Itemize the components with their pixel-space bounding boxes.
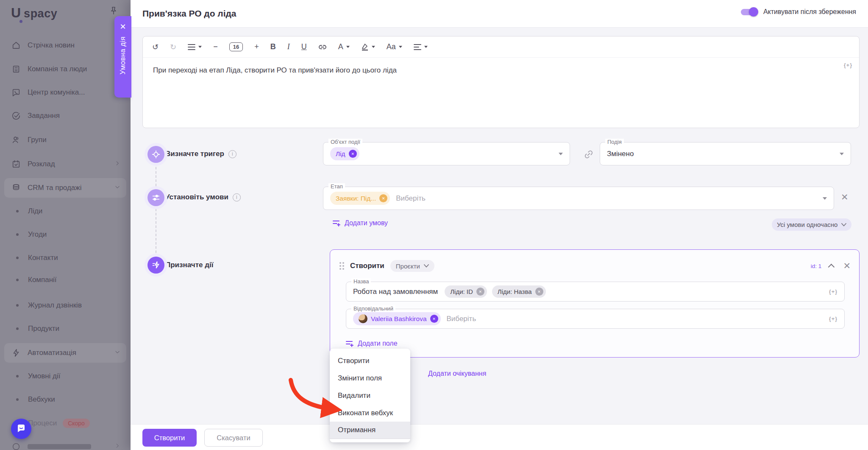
chevron-down-icon — [372, 46, 375, 48]
sidebar-item-company-people[interactable]: Компанія та люди — [4, 59, 126, 79]
logo-u-icon: U — [11, 5, 21, 21]
chip-close-icon[interactable]: ✕ — [476, 288, 484, 296]
action-card-header: Створити Проєкти — [339, 260, 434, 272]
chat-fab-button[interactable] — [11, 419, 31, 439]
insert-variable-button[interactable]: {+} — [829, 288, 837, 295]
home-icon — [11, 40, 21, 50]
generic-icon — [11, 442, 21, 450]
activate-toggle[interactable] — [741, 9, 757, 15]
dropdown-arrow-icon[interactable] — [559, 153, 563, 155]
panel-header: Прив'язка РО до ліда Активувати після зб… — [131, 0, 868, 28]
lightning-icon — [11, 348, 21, 358]
sidebar-item-label: Вебхуки — [28, 395, 55, 404]
add-condition-button[interactable]: Додати умову — [333, 219, 388, 227]
chip-close-icon[interactable]: ✕ — [430, 315, 438, 323]
bullet-icon — [16, 304, 19, 307]
event-select[interactable]: Подія Змінено — [600, 142, 851, 165]
collapse-icon[interactable] — [828, 263, 835, 270]
highlight-color-button[interactable] — [361, 43, 375, 51]
sidebar-item-label: Стрічка новин — [28, 41, 75, 50]
stage-placeholder: Виберіть — [396, 194, 426, 203]
sidebar-item-companies[interactable]: Компанії — [4, 271, 126, 288]
sidebar-item-webhooks[interactable]: Вебхуки — [4, 391, 126, 408]
responsible-chip: Valeriia Bashkirova ✕ — [353, 312, 441, 325]
menu-item-create[interactable]: Створити — [330, 352, 410, 369]
bold-button[interactable]: B — [270, 42, 276, 51]
close-icon[interactable]: ✕ — [120, 22, 126, 31]
logo-text: spacy — [24, 7, 57, 20]
pin-icon[interactable] — [108, 6, 119, 16]
insert-variable-button[interactable]: {+} — [829, 316, 837, 322]
sidebar-item-deals[interactable]: Угоди — [4, 226, 126, 243]
underline-button[interactable]: U — [301, 42, 307, 51]
font-size-value[interactable]: 16 — [229, 42, 243, 51]
activate-toggle-label: Активувати після збереження — [763, 8, 856, 16]
activate-toggle-wrap: Активувати після збереження — [741, 8, 856, 16]
sidebar-item-crm[interactable]: CRM та продажі — [4, 178, 126, 198]
remove-condition-icon[interactable]: ✕ — [841, 192, 849, 202]
conditional-action-tab[interactable]: ✕ Умовна дія — [114, 16, 131, 98]
responsible-field[interactable]: Відповідальний Valeriia Bashkirova ✕ Виб… — [346, 309, 845, 329]
add-list-icon — [346, 340, 354, 347]
responsible-placeholder: Виберіть — [447, 315, 476, 323]
chevron-down-icon — [114, 349, 120, 357]
sidebar-item-contacts[interactable]: Контакти — [4, 249, 126, 266]
drag-handle-icon[interactable] — [339, 262, 344, 270]
dropdown-arrow-icon[interactable] — [823, 197, 827, 200]
sidebar-item-newsfeed[interactable]: Стрічка новин — [4, 36, 126, 55]
trigger-step-icon — [145, 143, 167, 166]
add-list-icon — [333, 220, 341, 227]
create-button[interactable]: Створити — [142, 429, 197, 447]
info-icon[interactable]: i — [233, 193, 241, 201]
add-wait-button[interactable]: Додати очікування — [428, 370, 486, 377]
undo-icon[interactable]: ↺ — [152, 42, 159, 52]
chevron-down-icon — [424, 264, 429, 268]
align-button[interactable] — [414, 44, 428, 50]
cancel-button[interactable]: Скасувати — [204, 429, 263, 447]
event-object-select[interactable]: Об'єкт події Лід✕ — [323, 142, 570, 165]
menu-item-receive[interactable]: Отримання — [330, 422, 410, 439]
bullet-icon — [16, 233, 19, 236]
line-spacing-icon[interactable] — [188, 44, 202, 50]
sidebar-item-leads[interactable]: Ліди — [4, 203, 126, 220]
clipped-label — [28, 444, 91, 449]
chevron-down-icon — [198, 46, 202, 48]
sidebar-item-label: Угоди — [28, 230, 47, 239]
sidebar-item-products[interactable]: Продукти — [4, 320, 126, 337]
field-label: Подія — [605, 139, 624, 145]
sidebar-item-communication[interactable]: Центр комуніка... — [4, 83, 126, 102]
dropdown-arrow-icon[interactable] — [840, 153, 844, 155]
font-larger-button[interactable]: + — [254, 42, 259, 51]
editor-text[interactable]: При переході на етап Ліда, створити РО т… — [153, 66, 397, 75]
chat-phone-icon — [11, 87, 21, 98]
chip-close-icon[interactable]: ✕ — [535, 288, 543, 296]
chip-close-icon[interactable]: ✕ — [349, 150, 357, 158]
info-icon[interactable]: i — [228, 150, 236, 158]
action-card: Створити Проєкти id: 1 ✕ Назва Робота на… — [330, 249, 860, 358]
remove-action-icon[interactable]: ✕ — [843, 261, 851, 271]
link-icon[interactable] — [318, 44, 327, 50]
chip-close-icon[interactable]: ✕ — [379, 194, 387, 202]
conditions-mode-select[interactable]: Усі умови одночасно — [772, 218, 851, 231]
entity-select[interactable]: Проєкти — [390, 260, 434, 272]
sidebar-item-call-log[interactable]: Журнал дзвінків — [4, 297, 126, 314]
sidebar-item-groups[interactable]: Групи — [4, 130, 126, 150]
insert-variable-button[interactable]: {+} — [844, 62, 852, 68]
chevron-down-icon — [399, 46, 402, 48]
name-field[interactable]: Назва Робота над замовленням Ліди: ID✕ Л… — [346, 282, 845, 302]
sidebar-item-schedule[interactable]: Розклад — [4, 154, 126, 174]
actions-step-label: Призначте дії — [165, 261, 213, 269]
sidebar-item-tasks[interactable]: Завдання — [4, 106, 126, 126]
add-field-button[interactable]: Додати поле — [346, 340, 398, 347]
chevron-down-icon — [346, 46, 350, 48]
description-editor[interactable]: ↺ ↻ − 16 + B I U A Aa При переході на ет… — [142, 36, 860, 128]
font-smaller-button[interactable]: − — [213, 42, 218, 51]
text-color-button[interactable]: A — [338, 42, 350, 51]
sidebar-item-automation[interactable]: Автоматизація — [4, 343, 126, 363]
stage-select[interactable]: Етап Заявки: Під...✕ Виберіть — [323, 187, 834, 210]
step-connector — [156, 154, 156, 266]
italic-button[interactable]: I — [287, 42, 290, 51]
sidebar-item-label: Умовні дії — [28, 372, 61, 380]
text-style-button[interactable]: Aa — [387, 42, 402, 51]
sidebar-item-conditional-actions[interactable]: Умовні дії — [4, 368, 126, 385]
